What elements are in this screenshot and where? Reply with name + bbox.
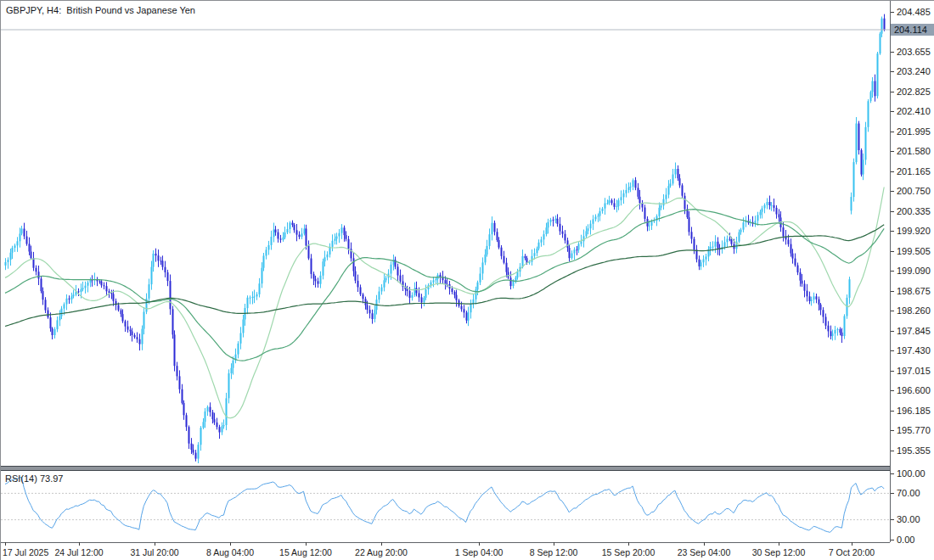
candle-body [66, 299, 68, 305]
time-axis[interactable]: 17 Jul 202524 Jul 12:0031 Jul 20:008 Aug… [1, 542, 934, 560]
candle-body [222, 426, 223, 432]
candle-body [412, 295, 414, 298]
candle-body [324, 257, 326, 261]
candle-body [85, 286, 87, 288]
candle-body [182, 389, 183, 403]
price-tick-label: 199.090 [897, 266, 931, 276]
candle-body [391, 265, 392, 274]
time-tick-label: 8 Sep 12:00 [530, 547, 578, 557]
candle-body [219, 427, 221, 432]
candle-body [151, 267, 153, 285]
candle-body [155, 254, 157, 255]
rsi-indicator-label: RSI(14) 73.97 [5, 473, 63, 484]
candle-body [271, 237, 273, 245]
candle-body [825, 317, 827, 326]
chart-window: GBPJPY, H4: British Pound vs Japanese Ye… [0, 0, 934, 560]
time-tick [779, 542, 779, 546]
candle-body [283, 238, 284, 240]
candle-body [771, 205, 773, 206]
rsi-indicator-chart[interactable] [1, 471, 890, 542]
time-tick [230, 542, 231, 546]
candle-body [61, 309, 63, 316]
candle-body [494, 223, 496, 232]
candle-body [508, 272, 509, 278]
candle-body [247, 298, 249, 308]
candle-body [497, 232, 498, 240]
candle-body [767, 202, 768, 205]
candle-body [700, 262, 702, 266]
candle-body [623, 193, 625, 198]
candle-body [290, 223, 291, 230]
price-tick-label: 203.240 [897, 66, 931, 76]
candle-body [193, 450, 194, 453]
candle-body [480, 274, 481, 283]
price-axis[interactable]: 204.485203.655203.240202.825202.410201.9… [891, 1, 934, 542]
candle-body [54, 329, 56, 335]
candle-body [207, 407, 209, 412]
candle-body [598, 216, 599, 216]
price-tick [891, 171, 894, 172]
candle-body [534, 253, 536, 256]
candle-body [327, 255, 329, 257]
candle-body [294, 225, 295, 230]
candle-body [593, 219, 594, 223]
candle-body [666, 195, 667, 199]
candle-body [694, 239, 695, 250]
candle-body [513, 281, 515, 286]
candle-body [541, 239, 543, 243]
candle-body [832, 333, 834, 336]
candle-body [678, 169, 679, 178]
candle-body [318, 281, 319, 283]
candle-body [24, 229, 25, 237]
candle-body [48, 311, 49, 318]
candle-body [341, 227, 343, 232]
candle-body [461, 306, 463, 310]
candle-body [501, 248, 503, 256]
candle-body [811, 300, 813, 301]
price-tick [891, 92, 894, 92]
candlestick-chart[interactable] [1, 1, 890, 466]
candle-body [160, 260, 162, 261]
candle-body [323, 261, 324, 276]
candle-body [170, 281, 172, 309]
price-tick-label: 195.355 [897, 445, 931, 456]
candle-body [724, 242, 726, 247]
candle-body [172, 309, 174, 334]
candle-body [538, 243, 540, 249]
candle-body [296, 230, 298, 234]
candle-body [52, 328, 53, 335]
candle-body [228, 373, 230, 398]
candle-body [764, 205, 766, 209]
candle-body [816, 296, 818, 299]
candle-body [278, 232, 279, 239]
candle-body [804, 284, 806, 291]
candle-body [633, 180, 634, 187]
rsi-tick-label: 30.00 [897, 514, 920, 524]
candle-body [560, 224, 561, 232]
candle-body [125, 322, 127, 327]
candle-body [315, 279, 317, 282]
candle-body [872, 81, 874, 92]
candle-body [630, 187, 632, 188]
candle-body [421, 297, 423, 302]
candle-body [217, 423, 218, 427]
candle-body [788, 239, 790, 244]
candle-body [569, 248, 571, 258]
candle-body [304, 228, 306, 233]
candle-body [807, 291, 808, 297]
candle-body [668, 186, 670, 194]
candle-body [783, 227, 785, 237]
candle-body [739, 232, 740, 242]
price-tick-label: 197.430 [897, 345, 931, 356]
candle-body [682, 185, 684, 195]
candle-body [158, 255, 160, 260]
candle-body [731, 239, 733, 244]
time-tick [554, 542, 554, 546]
candle-body [273, 230, 275, 238]
candle-body [715, 242, 717, 247]
candle-body [590, 224, 592, 229]
price-tick [891, 271, 894, 272]
price-tick [891, 350, 894, 351]
price-tick-label: 197.845 [897, 326, 931, 336]
candle-body [165, 267, 166, 272]
